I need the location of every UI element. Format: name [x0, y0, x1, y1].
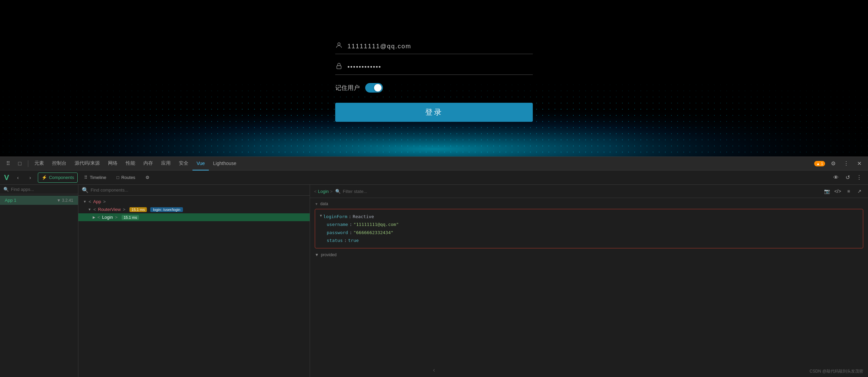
components-tab-label: Components [49, 175, 74, 180]
tab-console[interactable]: 控制台 [48, 157, 71, 170]
tab-performance[interactable]: 性能 [122, 157, 139, 170]
vue-tab-timeline[interactable]: ⠿ Timeline [80, 173, 110, 183]
bracket-open-rv: < [93, 207, 96, 212]
tree-item-login[interactable]: ▶ < Login > 15.1 ms [78, 213, 310, 221]
components-tab-icon: ⚡ [42, 175, 47, 180]
component-search-box: 🔍 [78, 185, 310, 196]
apps-search-box: 🔍 [0, 185, 78, 194]
open-external-icon[interactable]: ↗ [855, 187, 864, 196]
devtools-tabbar: ⠿ □ 元素 控制台 源代码/来源 网络 性能 内存 应用 安全 Vue Lig… [0, 157, 868, 170]
settings-icon-btn[interactable]: ⚙ [828, 158, 839, 169]
username-value: "11111111@qq.com" [353, 220, 399, 228]
state-panel: < Login > 🔍 📷 </> ≡ ↗ ▼ [310, 185, 868, 377]
more-options-icon[interactable]: ⋮ [841, 158, 852, 169]
tab-security[interactable]: 安全 [175, 157, 192, 170]
arrow-app: ▼ [83, 200, 87, 203]
devtools-right-icons: ▲ 1 ⚙ ⋮ ✕ [814, 158, 865, 169]
app-name: App 1 [5, 198, 16, 203]
provided-section-label: provided [321, 252, 337, 257]
login-button[interactable]: 登录 [335, 103, 533, 122]
apps-list: App 1 ▼ 3.2.41 [0, 194, 78, 377]
path-bracket-open: < [314, 189, 317, 194]
tab-elements[interactable]: 元素 [30, 157, 48, 170]
login-form: 记住用户 登录 [335, 42, 533, 122]
provided-section-arrow[interactable]: ▼ [315, 252, 319, 257]
bracket-open-login: < [97, 215, 100, 220]
component-tree-panel: 🔍 ▼ < App > ▼ < RouterView > 15.1 ms [78, 185, 310, 377]
screenshot-icon[interactable]: 📷 [822, 187, 831, 196]
app-version: ▼ 3.2.41 [57, 198, 73, 203]
component-search-icon: 🔍 [82, 187, 89, 193]
login-time-badge: 15.1 ms [122, 215, 139, 220]
settings-tab-icon: ⚙ [145, 175, 150, 180]
close-devtools-icon[interactable]: ✕ [854, 158, 865, 169]
bracket-close-rv: > [123, 207, 125, 212]
user-icon [335, 42, 343, 51]
tab-network[interactable]: 网络 [104, 157, 122, 170]
login-form-data-box: ▼ loginForm : Reactive username : "11111… [315, 209, 863, 248]
resize-handle-left[interactable] [75, 185, 76, 377]
routes-tab-label: Routes [121, 175, 135, 180]
status-line: status : true [320, 236, 858, 244]
component-path: < Login > [314, 189, 332, 194]
devtools-inspect-icon[interactable]: □ [14, 158, 25, 169]
component-tree: ▼ < App > ▼ < RouterView > 15.1 ms login… [78, 196, 310, 377]
password-value: "6666662332434" [353, 229, 393, 236]
vue-logo: V [4, 173, 9, 182]
svg-rect-1 [337, 66, 341, 69]
colon-2: : [350, 220, 352, 228]
component-search-input[interactable] [91, 187, 306, 193]
back-button[interactable]: ‹ [13, 173, 23, 182]
loginform-type: Reactive [353, 213, 374, 220]
tab-vue[interactable]: Vue [192, 157, 209, 170]
tree-item-routerview[interactable]: ▼ < RouterView > 15.1 ms login: /user/lo… [78, 206, 310, 213]
colon-1: : [348, 213, 351, 220]
colon-3: : [350, 229, 352, 236]
tag-login: Login [102, 215, 113, 220]
apps-search-input[interactable] [11, 187, 75, 192]
remember-row: 记住用户 [335, 83, 533, 93]
path-name: Login [318, 189, 329, 194]
timeline-tab-label: Timeline [90, 175, 106, 180]
vue-refresh-icon[interactable]: ↺ [843, 173, 852, 182]
routes-tab-icon: □ [117, 175, 119, 180]
password-line: password : "6666662332434" [320, 229, 858, 236]
vue-more-icon[interactable]: ⋮ [854, 173, 864, 182]
loginform-line: ▼ loginForm : Reactive [320, 213, 858, 220]
vue-inspect-icon[interactable]: 👁 [831, 173, 841, 182]
forward-button[interactable]: › [26, 173, 35, 182]
vue-main-content: 🔍 App 1 ▼ 3.2.41 🔍 ▼ < [0, 185, 868, 377]
arrow-routerview: ▼ [88, 208, 91, 211]
remember-label: 记住用户 [335, 84, 360, 92]
filter-state-input[interactable] [343, 189, 397, 194]
loginform-collapse[interactable]: ▼ [320, 213, 322, 219]
resize-indicator[interactable]: ‹ [433, 366, 435, 374]
tab-memory[interactable]: 内存 [139, 157, 157, 170]
tree-item-app[interactable]: ▼ < App > [78, 198, 310, 206]
vue-tab-routes[interactable]: □ Routes [113, 173, 139, 183]
tab-lighthouse[interactable]: Lighthouse [209, 157, 241, 170]
username-input[interactable] [347, 43, 533, 50]
vue-tab-settings[interactable]: ⚙ [142, 173, 153, 183]
bracket-close-app: > [103, 199, 106, 204]
state-header: < Login > 🔍 📷 </> ≡ ↗ [310, 185, 868, 198]
provided-section-title: ▼ provided [315, 252, 863, 257]
password-key: password [327, 229, 348, 236]
devtools-dock-icon[interactable]: ⠿ [3, 158, 14, 169]
code-icon[interactable]: </> [833, 187, 842, 196]
data-section-arrow[interactable]: ▼ [315, 202, 318, 206]
vue-tab-components[interactable]: ⚡ Components [38, 173, 78, 183]
tab-sources[interactable]: 源代码/来源 [71, 157, 104, 170]
username-line: username : "11111111@qq.com" [320, 220, 858, 228]
loginform-key: loginForm [323, 213, 347, 220]
remember-toggle[interactable] [365, 83, 383, 93]
tab-application[interactable]: 应用 [157, 157, 175, 170]
warning-badge: ▲ 1 [814, 161, 825, 166]
login-section: 记住用户 登录 [0, 0, 868, 157]
password-input[interactable] [347, 64, 533, 71]
list-icon[interactable]: ≡ [844, 187, 853, 196]
password-input-group [335, 62, 533, 75]
app-item-1[interactable]: App 1 ▼ 3.2.41 [0, 196, 78, 205]
watermark: CSDN @敲代码敲到头发茂密 [809, 368, 863, 374]
routerview-time-badge: 15.1 ms [129, 207, 147, 212]
